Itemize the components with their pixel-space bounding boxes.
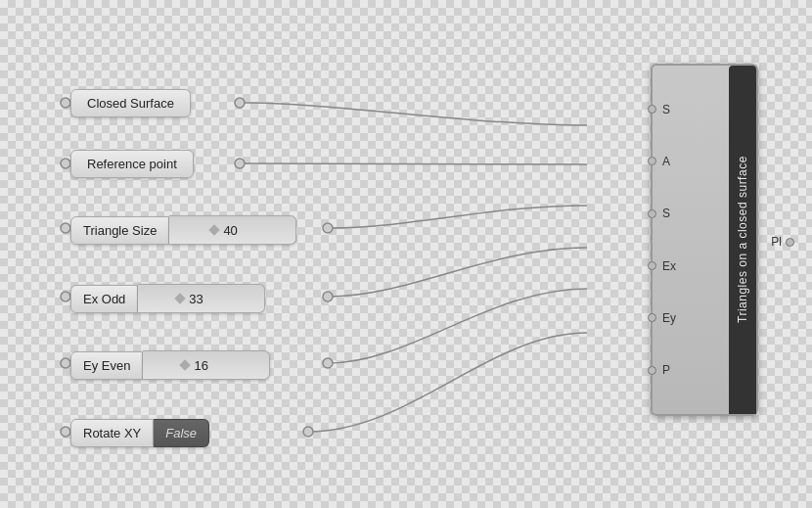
rotate-xy-value: False xyxy=(165,426,197,440)
slider-diamond xyxy=(179,359,190,370)
port-s: S xyxy=(653,103,729,116)
port-a: A xyxy=(653,155,729,168)
port-p-dot xyxy=(648,366,656,375)
port-ex-label: Ex xyxy=(662,259,676,273)
ey-even-node[interactable]: Ey Even 16 xyxy=(70,350,270,380)
svg-point-10 xyxy=(323,358,333,368)
port-s-dot xyxy=(648,105,656,114)
triangle-size-slider[interactable]: 40 xyxy=(169,215,296,245)
svg-point-6 xyxy=(235,98,245,108)
port-s2-dot xyxy=(648,209,656,218)
svg-point-1 xyxy=(61,159,70,168)
ey-even-slider[interactable]: 16 xyxy=(143,350,270,380)
component-title: Triangles on a closed surface xyxy=(729,66,756,414)
port-ey: Ey xyxy=(653,311,729,325)
triangle-size-value: 40 xyxy=(223,223,237,238)
port-a-dot xyxy=(648,157,656,165)
component-box: Triangles on a closed surface S A S Ex xyxy=(651,64,758,416)
port-ey-label: Ey xyxy=(662,311,676,325)
pl-dot xyxy=(786,238,794,247)
svg-point-5 xyxy=(61,427,70,437)
ex-odd-label: Ex Odd xyxy=(70,285,138,313)
svg-point-11 xyxy=(303,427,313,437)
slider-diamond xyxy=(208,224,219,235)
ex-odd-node[interactable]: Ex Odd 33 xyxy=(70,284,265,313)
port-s2-label: S xyxy=(662,207,670,220)
svg-point-7 xyxy=(235,159,245,168)
pl-label: Pl xyxy=(771,235,782,249)
rotate-xy-label: Rotate XY xyxy=(70,419,154,447)
triangle-size-label: Triangle Size xyxy=(70,216,169,245)
port-ey-dot xyxy=(648,313,656,322)
triangle-size-node[interactable]: Triangle Size 40 xyxy=(70,215,296,245)
svg-point-2 xyxy=(61,223,70,233)
port-a-label: A xyxy=(662,155,670,168)
ex-odd-value: 33 xyxy=(189,292,203,306)
ey-even-value: 16 xyxy=(194,358,207,373)
pl-output: Pl xyxy=(771,235,794,249)
port-s-label: S xyxy=(662,103,670,116)
component-ports: S A S Ex Ey xyxy=(653,66,729,414)
port-p-label: P xyxy=(662,363,670,377)
ey-even-label: Ey Even xyxy=(70,351,143,380)
port-ex-dot xyxy=(648,261,656,270)
ex-odd-slider[interactable]: 33 xyxy=(138,284,265,313)
svg-point-9 xyxy=(323,292,333,301)
svg-point-8 xyxy=(323,223,333,233)
port-s2: S xyxy=(653,207,729,220)
reference-point-node[interactable]: Reference point xyxy=(70,150,194,178)
svg-point-0 xyxy=(61,98,70,108)
port-p: P xyxy=(653,363,729,377)
rotate-xy-node[interactable]: Rotate XY False xyxy=(70,419,209,447)
svg-point-3 xyxy=(61,292,70,301)
closed-surface-node[interactable]: Closed Surface xyxy=(70,89,191,117)
port-ex: Ex xyxy=(653,259,729,273)
node-graph: Closed Surface Reference point Triangle … xyxy=(0,0,812,508)
rotate-xy-bool[interactable]: False xyxy=(154,419,209,447)
reference-point-label: Reference point xyxy=(70,150,194,178)
closed-surface-label: Closed Surface xyxy=(70,89,191,117)
svg-point-4 xyxy=(61,358,70,368)
slider-diamond xyxy=(174,293,185,303)
